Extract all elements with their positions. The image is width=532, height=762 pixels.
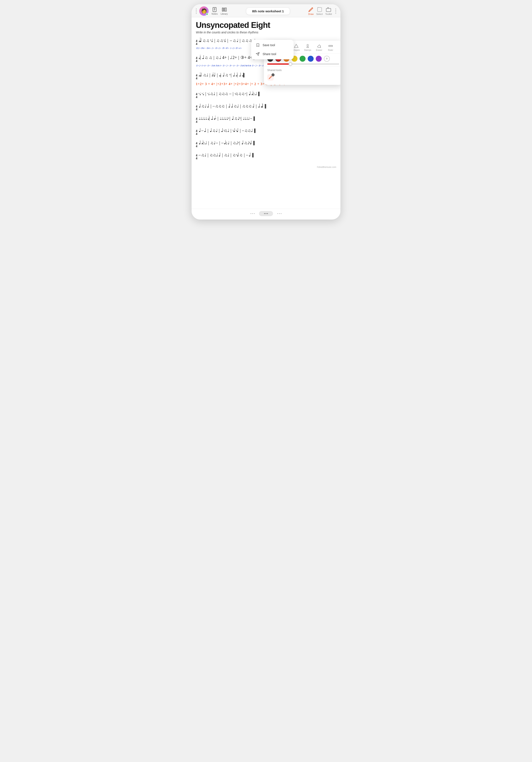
stamps-label: Stamps: [304, 49, 311, 51]
shared-tools-label: Shared tools: [264, 66, 340, 73]
title-box: 8th note worksheet 1: [230, 7, 306, 15]
drag-handle-right[interactable]: [334, 7, 337, 15]
copyright: ©shedthemusic.com: [196, 164, 336, 168]
music-row-4: 4 4 𝄾 ♩ 𝄾 ♩ | 𝄾 ♩ ♫♩ | ♫♫♫ – | 𝄾 ♫♫♫ 𝄾 |…: [196, 90, 336, 99]
time-sig-8: 4 4: [196, 142, 197, 148]
bookmark-icon: [255, 43, 260, 47]
select-label: Select: [316, 13, 323, 15]
svg-marker-6: [294, 44, 298, 48]
worksheet-instructions: Write in the counts and circles to these…: [196, 31, 298, 34]
time-sig-5: 4 4: [196, 105, 197, 111]
time-sig-2: 4 4: [196, 57, 197, 62]
draw-label: Draw: [308, 13, 314, 15]
time-sig-7: 4 4: [196, 129, 197, 135]
svg-rect-1: [222, 8, 223, 11]
svg-rect-2: [224, 8, 225, 11]
music-row-9: 4 4 – ♫♩ | ♫♫♩ ♩ | ♫♩ | ♫ 𝄾 ♩ ♫ | – ♩ ‖: [196, 152, 336, 160]
svg-point-7: [307, 44, 308, 46]
notes-label: Notes: [212, 13, 218, 15]
shared-tool-red-pencil[interactable]: −: [264, 73, 340, 82]
svg-rect-0: [213, 7, 216, 12]
library-label: Library: [221, 13, 228, 15]
eraser-label: Eraser: [316, 49, 322, 51]
eraser-tool[interactable]: Eraser: [315, 43, 323, 51]
color-green[interactable]: [299, 56, 305, 62]
music-row-6: 4 4 ♩♩♩♩♩ 𝅗𝅥 | ♩ 𝅗𝅥 – | ♩♩♩♩♩𝄾 | ♩ ♫♩𝄾 |…: [196, 115, 336, 123]
share-icon: [255, 52, 260, 56]
time-sig-9: 4 4: [196, 154, 197, 160]
worksheet-main-title: Unsyncopated Eight: [196, 21, 298, 30]
size-track[interactable]: [267, 63, 339, 65]
drag-handle-bottom-right[interactable]: [276, 212, 282, 215]
size-thumb[interactable]: [289, 62, 292, 66]
device-frame: 🧑 Notes Library 8th not: [192, 4, 340, 219]
stamps-tool[interactable]: Stamps: [303, 43, 312, 51]
drag-handle-bottom-left[interactable]: [250, 212, 256, 215]
online-indicator: [206, 13, 208, 15]
save-tool-btn[interactable]: Save tool: [251, 40, 294, 49]
svg-rect-3: [225, 8, 227, 11]
bottom-bar: [192, 209, 340, 219]
color-purple[interactable]: [316, 56, 322, 62]
music-row-8: 4 4 ♩ 𝅗𝅥 ♫♩ | ♫♩ – | – 𝅗𝅥 ♫♩ | ♫♩𝄾 | ♩ ♫…: [196, 139, 336, 148]
svg-rect-5: [326, 9, 331, 12]
add-color-btn[interactable]: +: [324, 56, 330, 62]
size-slider-row: [264, 62, 340, 65]
music-row-5: 4 4 ♩ ♫♩ ♩ | – ♫♫♫ | ♩ ♩ ♫♩ | ♫♫♫ ♩ | ♩ …: [196, 103, 336, 111]
color-blue[interactable]: [308, 56, 314, 62]
time-sig-4: 4 4: [196, 93, 197, 99]
draw-tool-btn[interactable]: Draw: [308, 7, 314, 15]
music-row-7: 4 4 ♩ – ♩ | ♩ ♫♩ | ♩ 𝄾 ♫♩ | 𝄾 ♩ 𝄾 ♩ | –: [196, 127, 336, 135]
worksheet-title-bar[interactable]: 8th note worksheet 1: [246, 7, 290, 15]
menu-pill[interactable]: [259, 211, 273, 216]
toolkit-btn[interactable]: Toolkit: [325, 7, 332, 15]
time-sig-6: 4 4: [196, 117, 197, 123]
top-bar: 🧑 Notes Library 8th not: [192, 4, 340, 17]
time-sig-3: 4 4: [196, 74, 197, 80]
ruler-tool[interactable]: Ruler: [326, 43, 335, 51]
top-bar-right: Draw Select Toolkit: [308, 7, 337, 15]
nav-library[interactable]: Library: [221, 7, 228, 15]
share-tool-btn[interactable]: Share tool: [251, 49, 294, 58]
select-tool-btn[interactable]: Select: [316, 7, 323, 15]
main-content: Unsyncopated Eight Write in the counts a…: [192, 17, 340, 209]
nav-notes[interactable]: Notes: [212, 7, 218, 15]
ruler-label: Ruler: [328, 49, 333, 51]
save-share-popup: Save tool Share tool: [251, 40, 294, 59]
top-bar-left: 🧑 Notes Library: [199, 6, 228, 16]
avatar[interactable]: 🧑: [199, 6, 209, 16]
toolkit-label: Toolkit: [325, 13, 332, 15]
drag-handle-left[interactable]: [195, 7, 198, 15]
svg-rect-4: [317, 7, 322, 12]
